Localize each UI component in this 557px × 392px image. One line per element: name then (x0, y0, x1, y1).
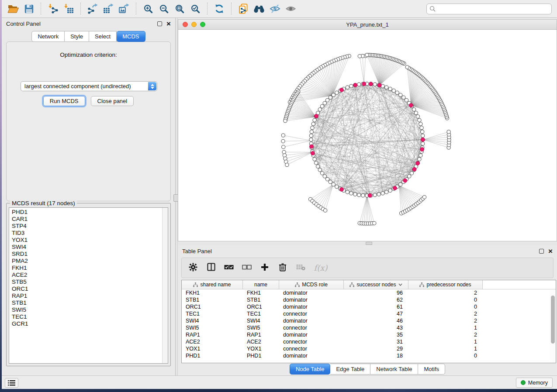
hide-selected-button[interactable] (267, 1, 283, 16)
cell-mcds-role[interactable]: dominator (279, 332, 344, 338)
mcds-result-item[interactable]: PMA2 (12, 258, 168, 265)
cell-shared-name[interactable]: ORC1 (182, 304, 243, 310)
cell-mcds-role[interactable]: dominator (279, 297, 344, 303)
mcds-list-scrollbar[interactable] (162, 208, 168, 363)
search-box[interactable] (426, 3, 552, 14)
cell-successor-nodes[interactable]: 29 (344, 346, 408, 352)
close-panel-icon[interactable]: × (166, 21, 171, 26)
cell-mcds-role[interactable]: dominator (279, 304, 344, 310)
table-row[interactable]: SWI5SWI5connector431 (182, 324, 556, 331)
network-graph[interactable] (178, 30, 557, 241)
cell-name[interactable]: YOX1 (243, 346, 279, 352)
mcds-result-item[interactable]: SRD1 (12, 251, 168, 258)
cell-name[interactable]: RAP1 (243, 332, 279, 338)
zoom-selected-button[interactable] (187, 1, 203, 16)
column-header-shared-name[interactable]: shared name (182, 280, 243, 289)
column-settings-button[interactable] (188, 263, 198, 273)
cell-predecessor-nodes[interactable]: 2 (408, 318, 483, 324)
mcds-result-item[interactable]: STP4 (12, 223, 168, 230)
cell-successor-nodes[interactable]: 35 (344, 332, 408, 338)
cell-successor-nodes[interactable]: 62 (344, 297, 408, 303)
tab-motifs[interactable]: Motifs (418, 364, 445, 375)
cell-shared-name[interactable]: FKH1 (182, 290, 243, 296)
select-all-button[interactable] (224, 263, 234, 273)
table-scrollbar-thumb[interactable] (551, 296, 555, 344)
close-panel-button[interactable]: Close panel (91, 96, 134, 106)
open-session-button[interactable] (5, 1, 21, 16)
column-header-successor-nodes[interactable]: successor nodes (344, 280, 408, 289)
float-table-panel-icon[interactable] (539, 249, 544, 254)
cell-name[interactable]: FKH1 (243, 290, 279, 296)
cell-mcds-role[interactable]: connector (279, 325, 344, 331)
cell-successor-nodes[interactable]: 46 (344, 318, 408, 324)
zoom-fit-button[interactable] (172, 1, 187, 16)
memory-button[interactable]: Memory (516, 378, 553, 388)
zoom-in-button[interactable] (140, 1, 156, 16)
show-column-panel-button[interactable] (206, 263, 216, 273)
column-header-MCDS-role[interactable]: MCDS role (279, 280, 344, 289)
mcds-result-item[interactable]: SWI4 (12, 244, 168, 251)
cell-predecessor-nodes[interactable]: 2 (408, 332, 483, 338)
cell-name[interactable]: STB1 (243, 297, 279, 303)
column-header-predecessor-nodes[interactable]: predecessor nodes (408, 280, 483, 289)
cell-predecessor-nodes[interactable]: 1 (408, 346, 483, 352)
add-column-button[interactable] (259, 263, 270, 273)
zoom-out-button[interactable] (156, 1, 172, 16)
horizontal-splitter-handle[interactable] (366, 242, 372, 245)
cell-successor-nodes[interactable]: 61 (344, 304, 408, 310)
task-history-button[interactable] (5, 378, 18, 388)
cell-shared-name[interactable]: ACE2 (182, 339, 243, 345)
close-table-panel-icon[interactable]: × (548, 249, 553, 254)
mcds-result-item[interactable]: ORC1 (12, 285, 168, 292)
mcds-result-item[interactable]: SWI5 (12, 306, 168, 313)
table-row[interactable]: SWI4SWI4dominator462 (182, 317, 556, 324)
cell-successor-nodes[interactable]: 43 (344, 325, 408, 331)
cell-mcds-role[interactable]: connector (279, 311, 344, 317)
table-row[interactable]: FKH1FKH1dominator962 (182, 289, 556, 296)
table-row[interactable]: ACE2ACE2connector311 (182, 338, 556, 345)
criterion-dropdown[interactable]: largest connected component (undirected) (21, 81, 157, 91)
export-image-button[interactable] (116, 1, 132, 16)
cell-shared-name[interactable]: SWI5 (182, 325, 243, 331)
cell-shared-name[interactable]: STB1 (182, 297, 243, 303)
table-row[interactable]: STB1STB1dominator620 (182, 296, 556, 303)
first-neighbors-button[interactable] (251, 1, 267, 16)
mcds-result-item[interactable]: GCR1 (12, 320, 168, 327)
table-row[interactable]: PHD1PHD1dominator180 (182, 352, 556, 359)
cell-mcds-role[interactable]: dominator (279, 290, 344, 296)
cell-successor-nodes[interactable]: 47 (344, 311, 408, 317)
mcds-result-item[interactable]: TEC1 (12, 313, 168, 320)
mcds-result-item[interactable]: PHD1 (12, 209, 168, 216)
import-table-button[interactable] (61, 1, 76, 16)
cell-shared-name[interactable]: SWI4 (182, 318, 243, 324)
refresh-view-button[interactable] (211, 1, 227, 16)
mcds-result-item[interactable]: CAR1 (12, 216, 168, 223)
cell-shared-name[interactable]: PHD1 (182, 353, 243, 359)
tab-select[interactable]: Select (89, 31, 117, 42)
mcds-result-list[interactable]: PHD1CAR1STP4TID3YOX1SWI4SRD1PMA2FKH1ACE2… (9, 207, 168, 364)
export-network-button[interactable] (85, 1, 100, 16)
tab-network-table[interactable]: Network Table (370, 364, 418, 375)
cell-predecessor-nodes[interactable]: 1 (408, 339, 483, 345)
float-panel-icon[interactable] (157, 21, 162, 26)
show-all-button[interactable] (283, 1, 298, 16)
mcds-result-item[interactable]: YOX1 (12, 237, 168, 244)
tab-node-table[interactable]: Node Table (290, 364, 331, 375)
tab-mcds[interactable]: MCDS (117, 31, 145, 42)
cell-name[interactable]: SWI4 (243, 318, 279, 324)
cell-predecessor-nodes[interactable]: 1 (408, 325, 483, 331)
mcds-result-item[interactable]: STB1 (12, 299, 168, 306)
table-row[interactable]: ORC1ORC1dominator610 (182, 303, 556, 310)
cell-predecessor-nodes[interactable]: 0 (408, 297, 483, 303)
mcds-result-item[interactable]: RAP1 (12, 292, 168, 299)
cell-mcds-role[interactable]: dominator (279, 318, 344, 324)
cell-shared-name[interactable]: TEC1 (182, 311, 243, 317)
cell-mcds-role[interactable]: connector (279, 339, 344, 345)
cell-name[interactable]: TEC1 (243, 311, 279, 317)
mcds-result-item[interactable]: ACE2 (12, 272, 168, 279)
column-header-name[interactable]: name (243, 280, 279, 289)
mcds-result-item[interactable]: TID3 (12, 230, 168, 237)
cell-shared-name[interactable]: YOX1 (182, 346, 243, 352)
mcds-result-item[interactable]: FKH1 (12, 265, 168, 272)
cell-mcds-role[interactable]: connector (279, 346, 344, 352)
